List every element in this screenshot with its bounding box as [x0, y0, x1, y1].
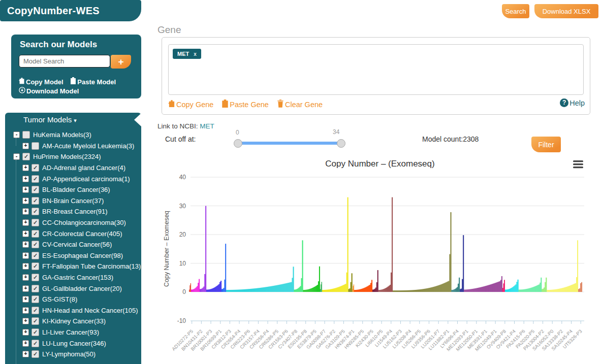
- copy-icon: [19, 77, 26, 87]
- tree-item[interactable]: +✓GS-GIST(8): [5, 294, 141, 305]
- expand-icon[interactable]: +: [22, 274, 29, 281]
- tree-item[interactable]: +✓CC-Cholangiocarcinoma(30): [5, 217, 141, 228]
- ncbi-gene-link[interactable]: MET: [200, 122, 214, 130]
- expand-icon[interactable]: +: [22, 143, 29, 149]
- tree-item-label: AP-Appendiceal carcinoma(1): [42, 175, 130, 183]
- expand-icon[interactable]: +: [22, 186, 29, 193]
- tree-item-label: AD-Adrenal gland Cancer(4): [42, 164, 125, 172]
- checkbox-checked[interactable]: ✓: [31, 350, 39, 358]
- slider-min-value: 0: [236, 129, 239, 136]
- search-button[interactable]: Search: [502, 4, 529, 18]
- expand-icon[interactable]: +: [22, 263, 29, 270]
- cutoff-slider-handle-min[interactable]: [234, 139, 242, 148]
- checkbox-unchecked[interactable]: [22, 131, 30, 139]
- checkbox-checked[interactable]: ✓: [31, 328, 39, 336]
- tumor-models-header[interactable]: Tumor Models▾: [5, 113, 141, 127]
- add-model-button[interactable]: +: [111, 55, 131, 69]
- tree-item[interactable]: +✓FT-Fallopian Tube Carcinoma(13): [5, 261, 141, 272]
- paste-icon: [221, 100, 230, 109]
- expand-icon[interactable]: +: [22, 252, 29, 259]
- tree-item[interactable]: +✓GL-Gallbladder Cancer(20): [5, 283, 141, 294]
- help-link[interactable]: ? Help: [560, 98, 585, 107]
- tree-item-label: GA-Gastric Cancer(153): [42, 274, 113, 281]
- copy-gene-link[interactable]: Copy Gene: [168, 100, 213, 109]
- checkbox-checked[interactable]: ✓: [31, 197, 39, 205]
- tree-item[interactable]: +✓CR-Colorectal Cancer(405): [5, 228, 141, 239]
- chart-menu-icon[interactable]: [573, 160, 583, 168]
- trash-icon: [277, 100, 285, 109]
- expand-icon[interactable]: +: [22, 307, 29, 314]
- expand-icon[interactable]: +: [22, 176, 29, 182]
- paste-model-link[interactable]: Paste Model: [70, 77, 116, 87]
- expand-icon[interactable]: +: [22, 241, 29, 248]
- checkbox-checked[interactable]: ✓: [31, 295, 39, 303]
- expand-icon[interactable]: +: [22, 219, 29, 226]
- tree-item[interactable]: +✓HN-Head and Neck Cancer(105): [5, 305, 141, 316]
- checkbox-checked[interactable]: ✓: [31, 340, 39, 347]
- tree-item[interactable]: +✓BN-Brain Cancer(37): [5, 195, 141, 207]
- expand-icon[interactable]: +: [22, 318, 29, 324]
- download-xlsx-button[interactable]: Download XLSX: [534, 4, 598, 18]
- checkbox-checked[interactable]: ✓: [31, 219, 39, 226]
- expand-icon[interactable]: +: [22, 164, 29, 171]
- cutoff-slider-track[interactable]: [238, 142, 340, 145]
- remove-gene-icon[interactable]: x: [194, 51, 197, 57]
- tree-item[interactable]: +✓AP-Appendiceal carcinoma(1): [5, 173, 141, 184]
- checkbox-checked[interactable]: ✓: [31, 307, 39, 314]
- gene-section-label: Gene: [157, 24, 181, 36]
- expand-icon[interactable]: +: [22, 285, 29, 292]
- tree-item[interactable]: +✓GA-Gastric Cancer(153): [5, 272, 141, 283]
- checkbox-checked[interactable]: ✓: [31, 186, 39, 193]
- tree-item[interactable]: -✓HuPrime Models(2324): [5, 151, 141, 162]
- clear-gene-link[interactable]: Clear Gene: [277, 100, 323, 109]
- model-links: Copy Model Paste Model Download Model: [19, 77, 121, 96]
- gene-tag: METx: [173, 49, 201, 59]
- checkbox-checked[interactable]: ✓: [31, 262, 39, 270]
- tree-item[interactable]: +✓LU-Lung Cancer(346): [5, 338, 141, 349]
- expand-icon[interactable]: +: [22, 208, 29, 215]
- collapse-icon[interactable]: -: [13, 153, 20, 160]
- checkbox-checked[interactable]: ✓: [31, 317, 39, 325]
- expand-icon[interactable]: +: [22, 351, 29, 357]
- panel-notch-arrow-icon: [134, 113, 141, 126]
- gene-input-box[interactable]: METx: [168, 44, 584, 95]
- expand-icon[interactable]: +: [22, 296, 29, 303]
- tree-item[interactable]: +✓AD-Adrenal gland Cancer(4): [5, 162, 141, 174]
- checkbox-checked[interactable]: ✓: [31, 208, 39, 215]
- download-model-link[interactable]: Download Model: [19, 87, 79, 96]
- checkbox-checked[interactable]: ✓: [31, 230, 39, 238]
- expand-icon[interactable]: +: [22, 230, 29, 237]
- tree-item[interactable]: +AM-Acute Myeloid Leukemia(3): [5, 141, 141, 152]
- checkbox-checked[interactable]: ✓: [31, 285, 39, 292]
- expand-icon[interactable]: +: [22, 197, 29, 204]
- expand-icon[interactable]: +: [22, 340, 29, 347]
- question-icon: ?: [560, 98, 568, 107]
- copy-model-link[interactable]: Copy Model: [19, 77, 64, 87]
- tree-item-label: CV-Cervical Cancer(56): [42, 241, 112, 248]
- checkbox-checked[interactable]: ✓: [31, 164, 39, 172]
- checkbox-checked[interactable]: ✓: [31, 252, 39, 259]
- tree-item[interactable]: +✓CV-Cervical Cancer(56): [5, 239, 141, 250]
- cutoff-slider-handle-max[interactable]: [337, 139, 345, 148]
- tree-item[interactable]: +✓KI-Kidney Cancer(33): [5, 316, 141, 327]
- checkbox-checked[interactable]: ✓: [31, 241, 39, 248]
- tree-item-label: CC-Cholangiocarcinoma(30): [42, 219, 126, 226]
- tree-item[interactable]: +✓BR-Breast Cancer(91): [5, 206, 141, 217]
- model-search-input[interactable]: [19, 55, 110, 68]
- checkbox-unchecked[interactable]: [31, 142, 39, 150]
- download-model-label: Download Model: [26, 87, 79, 96]
- expand-icon[interactable]: +: [22, 329, 29, 336]
- tree-item[interactable]: +✓BL-Bladder Cancer(36): [5, 184, 141, 195]
- checkbox-checked[interactable]: ✓: [22, 153, 30, 160]
- checkbox-checked[interactable]: ✓: [31, 175, 39, 183]
- tree-item[interactable]: -HuKemia Models(3): [5, 129, 141, 141]
- checkbox-checked[interactable]: ✓: [31, 274, 39, 281]
- collapse-icon[interactable]: -: [13, 131, 20, 138]
- tree-item[interactable]: +✓ES-Esophageal Cancer(98): [5, 250, 141, 261]
- tree-item[interactable]: +✓LI-Liver Cancer(93): [5, 327, 141, 338]
- filter-button[interactable]: Filter: [531, 137, 561, 152]
- tree-item[interactable]: +✓LY-Lymphoma(50): [5, 349, 141, 360]
- chart-y-axis-title: Copy Number – Exomeseq: [163, 211, 170, 287]
- ncbi-prefix: Link to NCBI:: [157, 122, 200, 130]
- paste-gene-link[interactable]: Paste Gene: [221, 100, 269, 109]
